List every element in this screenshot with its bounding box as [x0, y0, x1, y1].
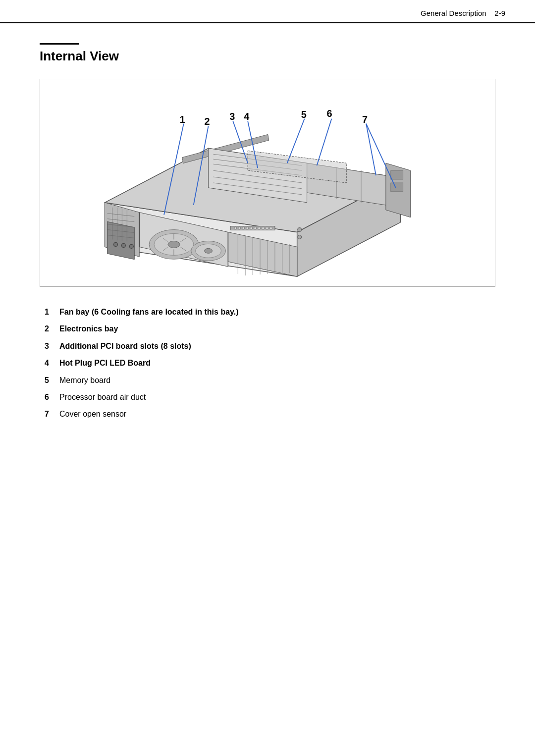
item-text-3: Additional PCI board slots (8 slots): [59, 341, 495, 352]
label-5: 5: [301, 109, 307, 120]
item-number-5: 5: [40, 375, 59, 386]
item-text-2: Electronics bay: [59, 324, 495, 334]
svg-line-75: [366, 124, 376, 175]
svg-rect-56: [391, 183, 403, 192]
item-text-7: Cover open sensor: [59, 409, 495, 420]
header-page: 2-9: [494, 9, 505, 17]
label-7: 7: [362, 114, 368, 125]
item-text-4: Hot Plug PCI LED Board: [59, 358, 495, 369]
svg-point-47: [258, 227, 261, 229]
diagram-box: 1 2 3 4 5 6 7: [40, 79, 495, 287]
title-section: Internal View: [40, 43, 495, 64]
svg-point-45: [250, 227, 253, 229]
svg-point-30: [205, 248, 213, 253]
page-container: General Description 2-9 Internal View: [0, 0, 535, 756]
list-item: 2 Electronics bay: [40, 324, 495, 334]
svg-rect-4: [107, 221, 135, 259]
svg-point-68: [298, 235, 302, 239]
list-item: 1 Fan bay (6 Cooling fans are located in…: [40, 307, 495, 318]
svg-point-16: [129, 244, 133, 248]
svg-point-46: [254, 227, 257, 229]
svg-point-15: [121, 243, 125, 247]
svg-point-14: [113, 242, 117, 246]
item-text-6: Processor board air duct: [59, 392, 495, 403]
item-number-7: 7: [40, 409, 59, 420]
list-item: 6 Processor board air duct: [40, 392, 495, 403]
header-section: General Description: [421, 9, 486, 17]
svg-point-21: [168, 241, 180, 248]
svg-point-44: [246, 227, 249, 229]
svg-point-50: [269, 227, 272, 229]
item-number-1: 1: [40, 307, 59, 318]
item-text-1: Fan bay (6 Cooling fans are located in t…: [59, 307, 495, 318]
svg-line-74: [317, 119, 332, 166]
svg-line-73: [287, 119, 305, 163]
diagram-svg: 1 2 3 4 5 6 7: [40, 79, 495, 286]
list-item: 5 Memory board: [40, 375, 495, 386]
items-list: 1 Fan bay (6 Cooling fans are located in…: [40, 307, 495, 420]
page-header: General Description 2-9: [0, 0, 535, 23]
item-number-6: 6: [40, 392, 59, 403]
page-title: Internal View: [40, 49, 495, 64]
item-text-5: Memory board: [59, 375, 495, 386]
svg-point-43: [242, 227, 245, 229]
list-item: 4 Hot Plug PCI LED Board: [40, 358, 495, 369]
main-content: Internal View: [0, 23, 535, 446]
svg-point-49: [266, 227, 268, 229]
label-2: 2: [205, 116, 210, 127]
svg-point-41: [234, 227, 237, 229]
svg-rect-55: [391, 170, 403, 179]
label-3: 3: [229, 111, 235, 122]
item-number-2: 2: [40, 324, 59, 334]
list-item: 7 Cover open sensor: [40, 409, 495, 420]
label-1: 1: [180, 114, 185, 125]
title-underline: [40, 43, 79, 45]
item-number-4: 4: [40, 358, 59, 369]
svg-point-48: [262, 227, 265, 229]
label-6: 6: [326, 108, 332, 119]
list-item: 3 Additional PCI board slots (8 slots): [40, 341, 495, 352]
item-number-3: 3: [40, 341, 59, 352]
header-text: General Description 2-9: [421, 9, 505, 17]
svg-point-42: [238, 227, 241, 229]
label-4: 4: [244, 111, 249, 122]
svg-point-67: [298, 228, 302, 232]
